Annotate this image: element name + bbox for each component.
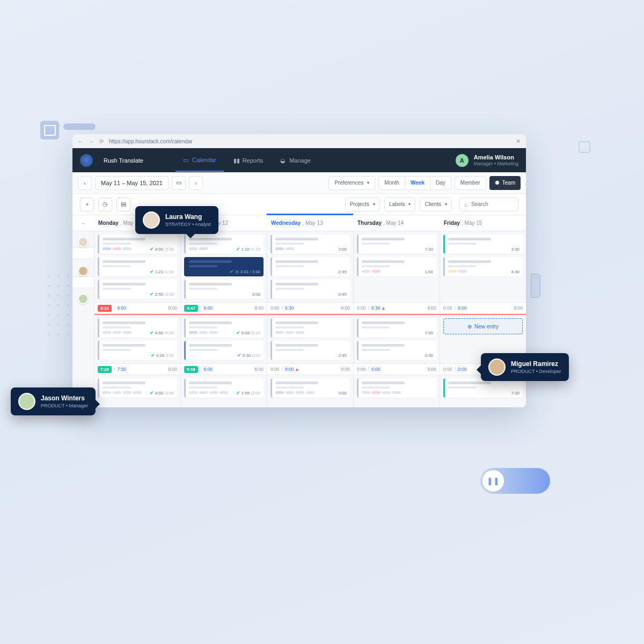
add-button[interactable]: ＋ xyxy=(80,197,94,211)
task-card[interactable]: 0:30 xyxy=(357,341,436,360)
tag xyxy=(362,391,370,394)
task-card[interactable]: 7:30 xyxy=(357,318,436,338)
summary-cell: 8:32/8:008:00 xyxy=(94,302,180,314)
day-cell[interactable]: ✔1:59 /2:00 xyxy=(180,375,267,407)
pause-toggle[interactable]: ❚❚ xyxy=(480,468,550,494)
user-menu[interactable]: A Amelia Wilson Manager • Marketing xyxy=(456,154,518,167)
tag xyxy=(296,391,304,394)
day-cell[interactable]: 7:300:30 xyxy=(353,315,440,363)
new-entry-button[interactable]: ⊕New entry xyxy=(443,318,523,334)
check-icon: ✔ xyxy=(230,269,234,274)
task-card[interactable]: 3:00 xyxy=(184,280,264,299)
task-card[interactable]: 2:45 xyxy=(270,341,350,360)
date-toolbar: ‹ May 11 – May 15, 2021 ▭ › Preferences … xyxy=(72,172,526,194)
day-cell[interactable]: ✔4:00 /5:15✔3:28 3:30 xyxy=(94,315,180,363)
member-avatar[interactable] xyxy=(78,266,89,276)
task-card[interactable]: ✔2:50 /3:00 xyxy=(98,280,177,299)
day-cell[interactable]: ✔4:00 /3:30✔1:23 /1:30✔2:50 /3:00 xyxy=(94,231,180,302)
workspace-name[interactable]: Rush Translate xyxy=(104,157,143,164)
task-card[interactable]: ✔1:23 /1:30 xyxy=(98,257,177,276)
team-button[interactable]: ⚉Team xyxy=(489,176,521,190)
view-day[interactable]: Day xyxy=(430,177,451,189)
tag xyxy=(296,331,304,334)
preferences-button[interactable]: Preferences xyxy=(328,176,375,190)
day-cell[interactable]: 3:00 xyxy=(267,375,353,407)
day-cell[interactable]: 3:002:450:45 xyxy=(267,231,353,302)
task-card[interactable]: ✔3:28 3:30 xyxy=(98,341,177,360)
member-gutter xyxy=(72,231,94,247)
task-card[interactable]: ✔1:16 /1:15 xyxy=(184,235,264,254)
member-avatar[interactable] xyxy=(78,294,89,304)
reload-button[interactable]: ⟳ xyxy=(99,138,104,144)
task-card[interactable]: 2:45 xyxy=(270,257,350,276)
member-button[interactable]: Member xyxy=(455,176,486,190)
task-card[interactable]: 3:30 xyxy=(443,235,523,254)
layout-button[interactable]: ▤ xyxy=(116,197,130,211)
search-field[interactable]: ⌕ xyxy=(459,197,518,211)
day-cell[interactable]: ✔4:00 /3:30 xyxy=(94,375,180,407)
date-picker-button[interactable]: ▭ xyxy=(172,176,186,190)
tag xyxy=(199,391,208,394)
task-card[interactable]: 7:30 xyxy=(443,378,523,398)
task-card[interactable]: 0:45 xyxy=(270,280,350,299)
nav-manage[interactable]: ◒Manage xyxy=(273,149,318,172)
nav-calendar[interactable]: ▭Calendar xyxy=(175,149,224,172)
task-card[interactable]: ✔1:59 /2:00 xyxy=(184,378,264,398)
address-bar[interactable]: https://app.hourstack.com/calendar xyxy=(109,138,511,144)
day-header[interactable]: Friday, May 15 xyxy=(440,215,526,231)
task-card[interactable]: ✔0:30 0:30 xyxy=(184,341,264,360)
back-button[interactable]: ← xyxy=(78,138,83,144)
task-card[interactable]: 3:00 xyxy=(270,378,350,398)
day-cell[interactable]: ✔5:08 /5:15✔0:30 0:30 xyxy=(180,315,267,363)
search-input[interactable] xyxy=(471,201,514,207)
task-card[interactable]: 3:00 xyxy=(270,235,350,254)
summary-gutter xyxy=(72,276,94,288)
tag xyxy=(113,391,121,394)
task-card[interactable]: 1:00 xyxy=(357,257,436,276)
day-header[interactable]: Thursday, May 14 xyxy=(353,215,440,231)
nav-reports[interactable]: ▮▮Reports xyxy=(226,149,271,172)
expand-icon[interactable]: → xyxy=(72,215,94,231)
main-nav: ▭Calendar ▮▮Reports ◒Manage xyxy=(175,149,318,172)
capacity-time: 8:00 xyxy=(254,305,264,311)
day-cell[interactable]: 2:45 xyxy=(267,315,353,363)
day-cell[interactable]: ✔1:16 /1:15✔◷ 3:31 / 3:303:00 xyxy=(180,231,267,302)
clients-filter[interactable]: Clients xyxy=(420,197,452,211)
task-card[interactable]: ✔4:00 /3:30 xyxy=(98,235,177,254)
task-card[interactable] xyxy=(357,378,436,398)
labels-filter[interactable]: Labels xyxy=(384,197,415,211)
date-range[interactable]: May 11 – May 15, 2021 xyxy=(95,176,169,190)
workspace-logo[interactable] xyxy=(80,154,93,167)
task-time: ✔1:16 /1:15 xyxy=(236,246,260,252)
date: , May 15 xyxy=(462,220,482,226)
projects-filter[interactable]: Projects xyxy=(345,197,380,211)
day-cell[interactable]: 3:304:30 xyxy=(440,231,526,302)
view-week[interactable]: Week xyxy=(405,177,430,189)
day-cell[interactable] xyxy=(353,375,440,407)
task-card[interactable]: ✔◷ 3:31 / 3:30 xyxy=(184,257,264,276)
tag xyxy=(199,247,208,250)
day-header[interactable]: Wednesday, May 13 xyxy=(267,214,353,231)
task-card[interactable] xyxy=(270,318,350,338)
day-cell[interactable]: 7:301:00 xyxy=(353,231,440,302)
team-label: Team xyxy=(502,180,515,186)
next-button[interactable]: › xyxy=(189,176,203,190)
capacity-time: 8:00 xyxy=(341,367,350,372)
view-month[interactable]: Month xyxy=(379,177,405,189)
task-time: ✔0:30 0:30 xyxy=(237,353,260,358)
scheduled-time: 8:30 xyxy=(371,305,380,311)
forward-button[interactable]: → xyxy=(89,138,94,144)
capacity-time: 8:00 xyxy=(427,367,436,372)
tag xyxy=(306,391,314,394)
task-card[interactable]: ✔5:08 /5:15 xyxy=(184,318,264,338)
task-card[interactable]: 7:30 xyxy=(357,235,436,254)
timer-button[interactable]: ◷ xyxy=(98,197,112,211)
browser-window: ← → ⟳ https://app.hourstack.com/calendar… xyxy=(72,134,526,407)
task-card[interactable]: ✔4:00 /3:30 xyxy=(98,378,177,398)
member-avatar[interactable] xyxy=(78,237,89,247)
task-card[interactable]: ✔4:00 /5:15 xyxy=(98,318,177,338)
close-icon[interactable]: × xyxy=(516,137,521,145)
task-card[interactable]: 4:30 xyxy=(443,257,523,276)
prev-button[interactable]: ‹ xyxy=(78,176,92,190)
check-icon: ✔ xyxy=(150,330,154,335)
